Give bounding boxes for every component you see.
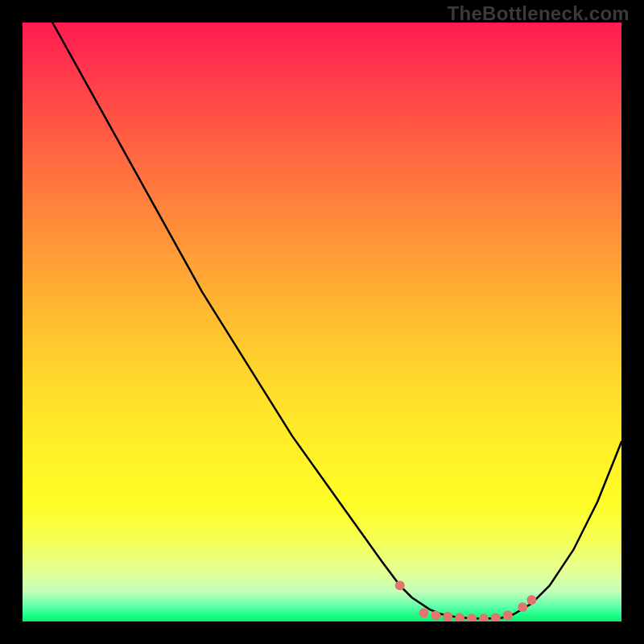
marker-dot	[479, 613, 489, 621]
marker-dot	[467, 613, 477, 621]
chart-svg	[23, 23, 621, 621]
marker-dot	[455, 613, 464, 621]
watermark-text: TheBottleneck.com	[448, 2, 630, 25]
marker-dot	[395, 580, 405, 590]
marker-dot	[443, 612, 452, 621]
curve-line	[23, 23, 621, 618]
marker-dot	[431, 611, 440, 621]
marker-dot	[526, 595, 536, 605]
marker-dot	[419, 609, 428, 618]
marker-dot	[518, 602, 527, 612]
marker-dot	[491, 613, 501, 621]
marker-dot	[503, 611, 513, 621]
chart-area	[23, 23, 621, 621]
